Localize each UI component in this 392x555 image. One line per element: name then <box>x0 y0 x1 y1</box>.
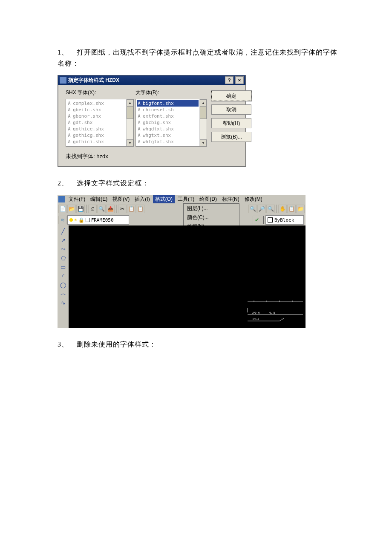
cut-icon[interactable]: ✂ <box>118 205 127 213</box>
dialog-title: 指定字体给样式 HZDX <box>68 77 223 84</box>
scroll-thumb[interactable] <box>127 106 133 119</box>
toolbar-separator <box>86 205 87 213</box>
layer-selector[interactable]: ☀ 🔒 FRAME050 <box>67 215 129 225</box>
polyline-tool-icon[interactable]: ⤳ <box>59 245 67 253</box>
menu-modify[interactable]: 修改(M) <box>242 195 265 204</box>
cancel-button[interactable]: 取消 <box>211 104 251 115</box>
shx-font-label: SHX 字体(X): <box>66 89 134 96</box>
scroll-down-icon[interactable]: ▼ <box>127 139 133 146</box>
menu-item-layer[interactable]: 图层(L)... <box>184 204 239 213</box>
paste-icon[interactable]: 📋 <box>136 205 144 213</box>
step1-number: 1、 <box>58 47 77 58</box>
revision-cloud-icon[interactable]: ෴ <box>59 290 67 298</box>
list-item[interactable]: Aextfont.shx <box>137 113 199 119</box>
layer-sun-icon: ☀ <box>74 217 77 223</box>
font-icon: A <box>137 120 141 125</box>
spline-tool-icon[interactable]: ∿ <box>59 299 67 306</box>
draw-toolbar: ╱ ↗ ⤳ ⬠ ▭ ◜ ◯ ෴ ∿ <box>58 225 69 328</box>
scroll-track[interactable] <box>127 106 133 139</box>
menu-insert[interactable]: 插入(I) <box>133 195 152 204</box>
open-icon[interactable]: 📂 <box>67 205 76 213</box>
dialog-titlebar[interactable]: 指定字体给样式 HZDX ? × <box>58 75 245 85</box>
font-icon: A <box>67 101 72 106</box>
menu-draw[interactable]: 绘图(D) <box>197 195 219 204</box>
list-item[interactable]: Awhtgtxt.shx <box>137 139 199 145</box>
scroll-up-icon[interactable]: ▲ <box>127 99 133 106</box>
list-item[interactable]: Agdt.shx <box>67 119 125 126</box>
layer-bulb-icon <box>69 218 73 222</box>
menubar: 文件(F) 编辑(E) 视图(V) 插入(I) 格式(O) 工具(T) 绘图(D… <box>58 195 306 203</box>
list-item[interactable]: Agothice.shx <box>67 126 125 132</box>
new-file-icon[interactable]: 📄 <box>58 205 67 213</box>
color-selector[interactable]: ByBlock <box>265 215 304 225</box>
polygon-tool-icon[interactable]: ⬠ <box>59 254 67 262</box>
construction-line-icon[interactable]: ↗ <box>59 236 67 244</box>
layer-color-swatch <box>86 218 90 222</box>
print-icon[interactable]: 🖨 <box>88 205 97 213</box>
list-item[interactable]: Acomplex.shx <box>67 100 125 107</box>
font-icon: A <box>137 107 141 112</box>
wire-label: L1 <box>282 318 285 321</box>
font-icon: A <box>67 127 72 131</box>
list-item[interactable]: Awhgdtxt.shx <box>137 126 199 132</box>
scroll-thumb[interactable] <box>200 106 207 119</box>
menu-view[interactable]: 视图(V) <box>110 195 132 204</box>
list-item[interactable]: Abigfont.shx <box>137 100 199 107</box>
close-icon[interactable]: × <box>235 76 244 84</box>
help-icon[interactable]: ? <box>225 76 233 84</box>
scroll-down-icon[interactable]: ▼ <box>200 139 207 146</box>
toolbar-separator <box>116 205 117 213</box>
list-item[interactable]: Agbeitc.shx <box>67 107 125 113</box>
menu-file[interactable]: 文件(F) <box>66 195 87 204</box>
menu-dimension[interactable]: 标注(N) <box>220 195 242 204</box>
shx-font-listbox[interactable]: Acomplex.shx Agbeitc.shx Agbenor.shx Agd… <box>66 99 134 147</box>
color-name: ByBlock <box>274 217 294 223</box>
menu-format[interactable]: 格式(O) <box>153 195 175 204</box>
scroll-up-icon[interactable]: ▲ <box>200 99 207 106</box>
wire-label: UPD-L <box>252 318 259 321</box>
save-icon[interactable]: 💾 <box>76 205 85 213</box>
arc-tool-icon[interactable]: ◜ <box>59 272 67 280</box>
zoom-window-icon[interactable]: 🔍 <box>248 205 257 213</box>
browse-button[interactable]: 浏览(B)... <box>211 132 251 142</box>
zoom-realtime-icon[interactable]: 🔎 <box>257 205 266 213</box>
list-item[interactable]: Agbenor.shx <box>67 113 125 119</box>
list-item[interactable]: Awhgtxt.shx <box>137 132 199 139</box>
pan-icon[interactable]: ✋ <box>278 205 287 213</box>
wire-label: UPD-M <box>252 311 259 314</box>
zoom-previous-icon[interactable]: 🔍 <box>266 205 275 213</box>
bigfont-label: 大字体(B): <box>135 89 207 96</box>
make-current-icon[interactable]: ✔ <box>253 216 261 224</box>
help-button[interactable]: 帮助(H) <box>211 118 251 128</box>
font-icon: A <box>137 127 141 131</box>
list-item[interactable]: Agothicg.shx <box>67 132 125 139</box>
font-icon: A <box>67 107 72 112</box>
design-center-icon[interactable]: 📁 <box>296 205 305 213</box>
scroll-track[interactable] <box>200 106 207 139</box>
circle-tool-icon[interactable]: ◯ <box>59 281 67 289</box>
menu-tools[interactable]: 工具(T) <box>176 195 196 204</box>
bigfont-listbox[interactable]: Abigfont.shx Achineset.sh Aextfont.shx A… <box>135 99 207 147</box>
font-not-found-name: hzdx <box>96 153 108 159</box>
list-item[interactable]: Agothici.shx <box>67 139 125 145</box>
scrollbar[interactable]: ▲ ▼ <box>199 99 207 146</box>
toolbar-area: 📄 📂 💾 🖨 🔍 📤 ✂ 📋 📋 ≋ ☀ <box>58 203 306 225</box>
color-swatch <box>268 217 273 223</box>
scrollbar[interactable]: ▲ ▼ <box>126 99 133 146</box>
preview-icon[interactable]: 🔍 <box>97 205 106 213</box>
menu-item-color[interactable]: 颜色(C)... <box>184 213 239 222</box>
layers-icon[interactable]: ≋ <box>58 216 67 224</box>
menu-edit[interactable]: 编辑(E) <box>88 195 110 204</box>
line-tool-icon[interactable]: ╱ <box>59 227 67 235</box>
toolbar-separator <box>276 205 277 213</box>
publish-icon[interactable]: 📤 <box>106 205 115 213</box>
properties-icon[interactable]: 📋 <box>287 205 296 213</box>
layer-lock-icon: 🔒 <box>78 217 84 223</box>
list-item[interactable]: Achineset.sh <box>137 107 199 113</box>
drawing-canvas[interactable]: UPD-M ML-N UPD-L L1 <box>69 225 306 328</box>
ok-button[interactable]: 确定 <box>211 91 251 101</box>
step3-text: 删除未使用的字体样式： <box>77 341 156 348</box>
copy-icon[interactable]: 📋 <box>127 205 135 213</box>
rectangle-tool-icon[interactable]: ▭ <box>59 263 67 271</box>
list-item[interactable]: Agbcbig.shx <box>137 119 199 126</box>
